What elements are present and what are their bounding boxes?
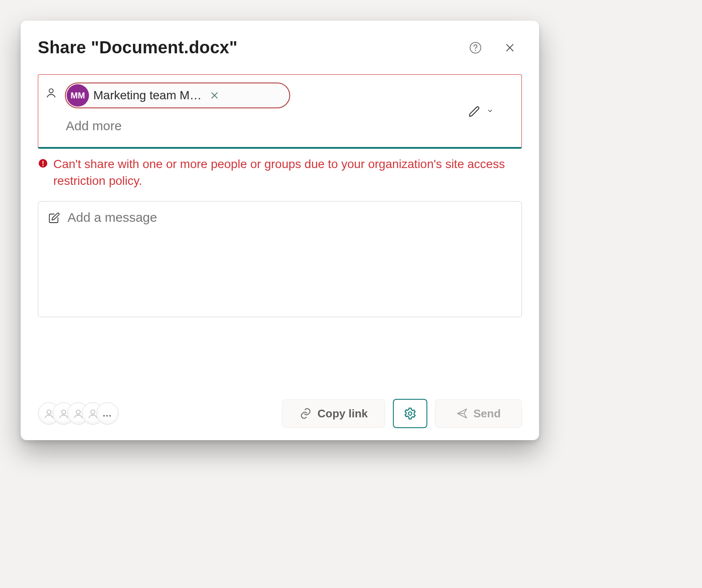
chips-column: MM Marketing team M… xyxy=(65,83,434,137)
permission-button[interactable] xyxy=(440,75,521,147)
svg-point-10 xyxy=(408,412,412,415)
svg-point-5 xyxy=(43,165,44,166)
pencil-icon xyxy=(468,104,482,118)
person-icon xyxy=(45,87,57,101)
svg-point-9 xyxy=(91,410,95,414)
message-input[interactable] xyxy=(67,209,512,311)
chip-remove-button[interactable] xyxy=(208,89,221,102)
dialog-title: Share "Document.docx" xyxy=(38,38,237,57)
svg-point-1 xyxy=(475,50,476,51)
link-settings-button[interactable] xyxy=(393,399,427,428)
close-button[interactable] xyxy=(500,38,519,57)
header-actions xyxy=(466,38,519,57)
help-icon xyxy=(469,41,482,54)
send-button[interactable]: Send xyxy=(435,399,522,428)
dialog-header: Share "Document.docx" xyxy=(38,38,522,57)
message-box[interactable] xyxy=(38,201,522,317)
remove-icon xyxy=(210,91,219,100)
help-button[interactable] xyxy=(466,38,485,57)
error-circle-icon xyxy=(38,158,48,170)
svg-rect-4 xyxy=(43,161,43,164)
svg-point-8 xyxy=(76,410,80,414)
error-text: Can't share with one or more people or g… xyxy=(53,156,522,189)
copy-link-label: Copy link xyxy=(317,407,368,420)
send-icon xyxy=(456,407,468,420)
svg-point-7 xyxy=(61,410,65,414)
footer-actions: Copy link Send xyxy=(282,399,522,428)
recipients-field[interactable]: MM Marketing team M… xyxy=(38,74,522,149)
recipients-input[interactable] xyxy=(65,118,435,137)
svg-point-6 xyxy=(47,410,51,414)
svg-point-2 xyxy=(49,89,53,93)
recipients-right xyxy=(440,75,521,147)
copy-link-button[interactable]: Copy link xyxy=(282,399,385,428)
chevron-down-icon xyxy=(487,107,494,114)
error-banner: Can't share with one or more people or g… xyxy=(38,156,522,189)
compose-icon xyxy=(48,212,61,227)
recipients-left: MM Marketing team M… xyxy=(38,75,439,147)
recipient-chip[interactable]: MM Marketing team M… xyxy=(65,83,290,108)
chip-avatar: MM xyxy=(67,84,89,107)
send-label: Send xyxy=(473,407,501,420)
chip-label: Marketing team M… xyxy=(93,89,202,102)
avatar-more: … xyxy=(96,402,119,425)
gear-icon xyxy=(404,407,417,420)
shared-with-avatars[interactable]: … xyxy=(38,402,119,425)
close-icon xyxy=(504,42,515,53)
share-dialog: Share "Document.docx" xyxy=(21,21,539,440)
dialog-footer: … Copy link xyxy=(38,399,522,428)
link-icon xyxy=(299,407,312,420)
